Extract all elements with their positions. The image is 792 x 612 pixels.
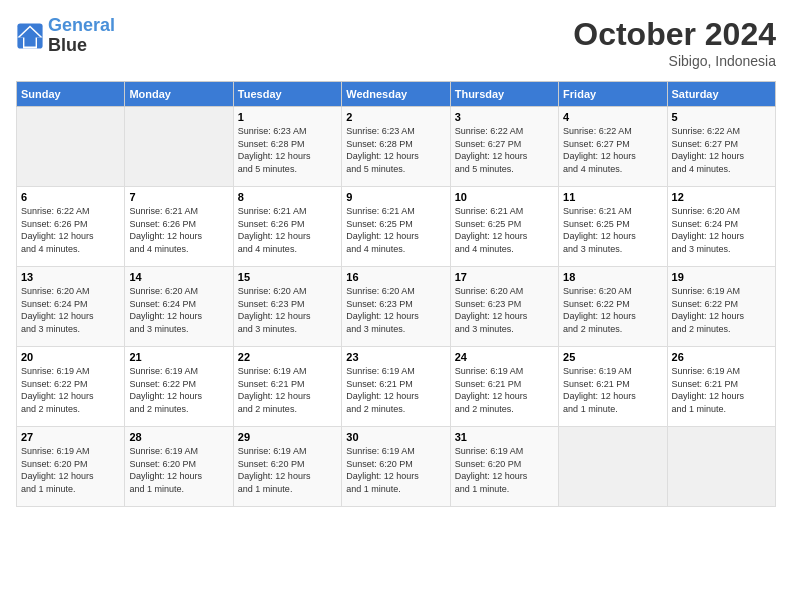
- header-row: SundayMondayTuesdayWednesdayThursdayFrid…: [17, 82, 776, 107]
- day-number: 15: [238, 271, 337, 283]
- day-info: Sunrise: 6:22 AM Sunset: 6:27 PM Dayligh…: [672, 125, 771, 175]
- calendar-cell: 13Sunrise: 6:20 AM Sunset: 6:24 PM Dayli…: [17, 267, 125, 347]
- calendar-cell: 18Sunrise: 6:20 AM Sunset: 6:22 PM Dayli…: [559, 267, 667, 347]
- day-number: 11: [563, 191, 662, 203]
- calendar-week-1: 1Sunrise: 6:23 AM Sunset: 6:28 PM Daylig…: [17, 107, 776, 187]
- day-info: Sunrise: 6:22 AM Sunset: 6:26 PM Dayligh…: [21, 205, 120, 255]
- day-info: Sunrise: 6:19 AM Sunset: 6:21 PM Dayligh…: [238, 365, 337, 415]
- day-info: Sunrise: 6:19 AM Sunset: 6:21 PM Dayligh…: [346, 365, 445, 415]
- calendar-cell: 5Sunrise: 6:22 AM Sunset: 6:27 PM Daylig…: [667, 107, 775, 187]
- day-info: Sunrise: 6:19 AM Sunset: 6:21 PM Dayligh…: [455, 365, 554, 415]
- calendar-cell: 2Sunrise: 6:23 AM Sunset: 6:28 PM Daylig…: [342, 107, 450, 187]
- calendar-cell: 23Sunrise: 6:19 AM Sunset: 6:21 PM Dayli…: [342, 347, 450, 427]
- calendar-week-2: 6Sunrise: 6:22 AM Sunset: 6:26 PM Daylig…: [17, 187, 776, 267]
- day-info: Sunrise: 6:19 AM Sunset: 6:20 PM Dayligh…: [238, 445, 337, 495]
- day-info: Sunrise: 6:21 AM Sunset: 6:25 PM Dayligh…: [563, 205, 662, 255]
- day-number: 17: [455, 271, 554, 283]
- day-number: 30: [346, 431, 445, 443]
- day-info: Sunrise: 6:20 AM Sunset: 6:22 PM Dayligh…: [563, 285, 662, 335]
- calendar-cell: 30Sunrise: 6:19 AM Sunset: 6:20 PM Dayli…: [342, 427, 450, 507]
- title-block: October 2024 Sibigo, Indonesia: [573, 16, 776, 69]
- calendar-cell: 20Sunrise: 6:19 AM Sunset: 6:22 PM Dayli…: [17, 347, 125, 427]
- calendar-cell: 16Sunrise: 6:20 AM Sunset: 6:23 PM Dayli…: [342, 267, 450, 347]
- header-day-friday: Friday: [559, 82, 667, 107]
- logo-icon: [16, 22, 44, 50]
- day-number: 14: [129, 271, 228, 283]
- header-day-sunday: Sunday: [17, 82, 125, 107]
- day-number: 5: [672, 111, 771, 123]
- calendar-week-4: 20Sunrise: 6:19 AM Sunset: 6:22 PM Dayli…: [17, 347, 776, 427]
- logo-text: General Blue: [48, 16, 115, 56]
- calendar-cell: 29Sunrise: 6:19 AM Sunset: 6:20 PM Dayli…: [233, 427, 341, 507]
- day-number: 28: [129, 431, 228, 443]
- day-number: 7: [129, 191, 228, 203]
- calendar-cell: 4Sunrise: 6:22 AM Sunset: 6:27 PM Daylig…: [559, 107, 667, 187]
- day-info: Sunrise: 6:19 AM Sunset: 6:20 PM Dayligh…: [455, 445, 554, 495]
- day-number: 24: [455, 351, 554, 363]
- day-info: Sunrise: 6:22 AM Sunset: 6:27 PM Dayligh…: [455, 125, 554, 175]
- day-number: 3: [455, 111, 554, 123]
- day-number: 18: [563, 271, 662, 283]
- calendar-cell: 27Sunrise: 6:19 AM Sunset: 6:20 PM Dayli…: [17, 427, 125, 507]
- calendar-cell: 6Sunrise: 6:22 AM Sunset: 6:26 PM Daylig…: [17, 187, 125, 267]
- day-info: Sunrise: 6:19 AM Sunset: 6:20 PM Dayligh…: [21, 445, 120, 495]
- day-number: 21: [129, 351, 228, 363]
- day-number: 4: [563, 111, 662, 123]
- day-number: 12: [672, 191, 771, 203]
- day-number: 19: [672, 271, 771, 283]
- day-info: Sunrise: 6:22 AM Sunset: 6:27 PM Dayligh…: [563, 125, 662, 175]
- day-info: Sunrise: 6:19 AM Sunset: 6:21 PM Dayligh…: [672, 365, 771, 415]
- calendar-cell: 11Sunrise: 6:21 AM Sunset: 6:25 PM Dayli…: [559, 187, 667, 267]
- day-info: Sunrise: 6:21 AM Sunset: 6:26 PM Dayligh…: [129, 205, 228, 255]
- day-number: 8: [238, 191, 337, 203]
- calendar-cell: 17Sunrise: 6:20 AM Sunset: 6:23 PM Dayli…: [450, 267, 558, 347]
- calendar-cell: 31Sunrise: 6:19 AM Sunset: 6:20 PM Dayli…: [450, 427, 558, 507]
- month-title: October 2024: [573, 16, 776, 53]
- calendar-cell: 8Sunrise: 6:21 AM Sunset: 6:26 PM Daylig…: [233, 187, 341, 267]
- day-number: 10: [455, 191, 554, 203]
- day-number: 26: [672, 351, 771, 363]
- calendar-cell: [667, 427, 775, 507]
- day-number: 27: [21, 431, 120, 443]
- day-number: 6: [21, 191, 120, 203]
- day-info: Sunrise: 6:23 AM Sunset: 6:28 PM Dayligh…: [346, 125, 445, 175]
- calendar-cell: 10Sunrise: 6:21 AM Sunset: 6:25 PM Dayli…: [450, 187, 558, 267]
- day-number: 16: [346, 271, 445, 283]
- day-info: Sunrise: 6:19 AM Sunset: 6:22 PM Dayligh…: [672, 285, 771, 335]
- day-number: 31: [455, 431, 554, 443]
- calendar-cell: [125, 107, 233, 187]
- day-number: 9: [346, 191, 445, 203]
- day-number: 1: [238, 111, 337, 123]
- day-info: Sunrise: 6:19 AM Sunset: 6:20 PM Dayligh…: [346, 445, 445, 495]
- calendar-cell: 21Sunrise: 6:19 AM Sunset: 6:22 PM Dayli…: [125, 347, 233, 427]
- location-subtitle: Sibigo, Indonesia: [573, 53, 776, 69]
- day-info: Sunrise: 6:19 AM Sunset: 6:22 PM Dayligh…: [21, 365, 120, 415]
- day-info: Sunrise: 6:21 AM Sunset: 6:25 PM Dayligh…: [346, 205, 445, 255]
- calendar-cell: 12Sunrise: 6:20 AM Sunset: 6:24 PM Dayli…: [667, 187, 775, 267]
- calendar-cell: [17, 107, 125, 187]
- calendar-cell: 26Sunrise: 6:19 AM Sunset: 6:21 PM Dayli…: [667, 347, 775, 427]
- header-day-wednesday: Wednesday: [342, 82, 450, 107]
- calendar-cell: 25Sunrise: 6:19 AM Sunset: 6:21 PM Dayli…: [559, 347, 667, 427]
- day-info: Sunrise: 6:20 AM Sunset: 6:23 PM Dayligh…: [238, 285, 337, 335]
- day-number: 20: [21, 351, 120, 363]
- day-info: Sunrise: 6:19 AM Sunset: 6:20 PM Dayligh…: [129, 445, 228, 495]
- day-number: 13: [21, 271, 120, 283]
- day-info: Sunrise: 6:21 AM Sunset: 6:25 PM Dayligh…: [455, 205, 554, 255]
- calendar-cell: 22Sunrise: 6:19 AM Sunset: 6:21 PM Dayli…: [233, 347, 341, 427]
- calendar-header: SundayMondayTuesdayWednesdayThursdayFrid…: [17, 82, 776, 107]
- day-info: Sunrise: 6:20 AM Sunset: 6:24 PM Dayligh…: [21, 285, 120, 335]
- calendar-table: SundayMondayTuesdayWednesdayThursdayFrid…: [16, 81, 776, 507]
- day-info: Sunrise: 6:23 AM Sunset: 6:28 PM Dayligh…: [238, 125, 337, 175]
- day-info: Sunrise: 6:20 AM Sunset: 6:24 PM Dayligh…: [129, 285, 228, 335]
- page-header: General Blue October 2024 Sibigo, Indone…: [16, 16, 776, 69]
- day-info: Sunrise: 6:19 AM Sunset: 6:21 PM Dayligh…: [563, 365, 662, 415]
- calendar-cell: 24Sunrise: 6:19 AM Sunset: 6:21 PM Dayli…: [450, 347, 558, 427]
- day-number: 22: [238, 351, 337, 363]
- day-number: 23: [346, 351, 445, 363]
- calendar-week-3: 13Sunrise: 6:20 AM Sunset: 6:24 PM Dayli…: [17, 267, 776, 347]
- calendar-cell: 7Sunrise: 6:21 AM Sunset: 6:26 PM Daylig…: [125, 187, 233, 267]
- calendar-week-5: 27Sunrise: 6:19 AM Sunset: 6:20 PM Dayli…: [17, 427, 776, 507]
- logo: General Blue: [16, 16, 115, 56]
- calendar-cell: 1Sunrise: 6:23 AM Sunset: 6:28 PM Daylig…: [233, 107, 341, 187]
